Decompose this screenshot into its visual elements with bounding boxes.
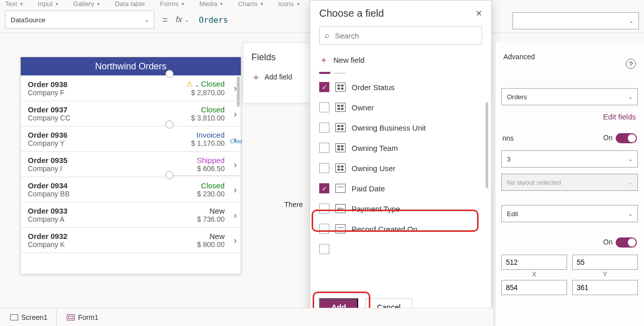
lookup-icon: [335, 164, 346, 173]
field-item[interactable]: Record Created On: [310, 219, 491, 239]
chevron-right-icon[interactable]: ›: [234, 210, 237, 220]
chevron-right-icon[interactable]: ›: [234, 159, 237, 170]
date-icon: [335, 224, 346, 233]
empty-text-fragment: There: [284, 200, 303, 209]
gallery-row[interactable]: Order 0933Company A New$ 736.00 ›: [21, 202, 241, 228]
checkbox-checked[interactable]: ✓: [319, 183, 329, 193]
tb-forms[interactable]: Forms ▾: [160, 0, 184, 7]
edit-fields-link[interactable]: Edit fields: [501, 105, 638, 128]
field-item[interactable]: Owning User: [310, 158, 491, 178]
screen-icon: [10, 314, 18, 320]
app-title-bar: Northwind Orders: [21, 57, 241, 75]
visible-toggle[interactable]: [616, 237, 637, 248]
field-list: ✓Order Status Owner Owning Business Unit…: [310, 74, 491, 290]
help-icon[interactable]: ?: [626, 59, 636, 69]
form-tab[interactable]: Form1: [62, 311, 103, 323]
gallery-row[interactable]: Order 0932Company K New$ 800.00 ›: [21, 228, 241, 253]
search-input[interactable]: [335, 31, 477, 40]
gallery-row[interactable]: Order 0935Company I Shipped$ 606.50 ›: [21, 152, 241, 177]
chevron-right-icon[interactable]: ›: [234, 235, 237, 246]
columns-dropdown[interactable]: 3⌄: [501, 150, 638, 168]
scrollbar-thumb[interactable]: [486, 102, 488, 188]
resize-handle[interactable]: [165, 120, 174, 129]
datasource-dropdown[interactable]: Orders⌄: [501, 88, 638, 105]
tb-datatable[interactable]: Data table: [115, 0, 145, 7]
gallery-row[interactable]: Order 0937Company CC Closed$ 3,810.00 ›: [21, 101, 241, 127]
warning-icon: ⚠: [186, 79, 193, 88]
lookup-icon: [335, 103, 346, 112]
mode-dropdown[interactable]: Edit⌄: [501, 205, 638, 222]
resize-handle[interactable]: [165, 171, 174, 179]
fx-label[interactable]: fx⌄: [176, 15, 189, 24]
checkbox[interactable]: [319, 143, 329, 153]
tb-charts[interactable]: Charts ▾: [238, 0, 263, 7]
columns-label: nns: [502, 134, 514, 142]
add-field-button[interactable]: ＋ Add field: [243, 67, 311, 87]
plus-icon: ＋: [319, 54, 328, 66]
search-box[interactable]: ⌕: [319, 26, 482, 45]
chevron-right-icon[interactable]: ›: [234, 184, 237, 195]
fields-title: Fields: [243, 43, 311, 67]
chevron-down-icon: ⌄: [145, 17, 149, 23]
lookup-icon: [335, 83, 346, 92]
tb-text[interactable]: Text ▾: [5, 0, 23, 7]
form-icon: [67, 314, 75, 320]
chevron-right-icon[interactable]: ›: [234, 83, 237, 94]
properties-panel: ? Advanced Orders⌄ Edit fields nns On 3⌄…: [495, 43, 644, 326]
checkbox[interactable]: [319, 224, 329, 234]
screen-tab[interactable]: Screen1: [5, 311, 53, 323]
x-input[interactable]: [501, 255, 567, 270]
field-item[interactable]: AbcPayment Type: [310, 198, 491, 219]
gallery-row[interactable]: Order 0934Company BB Closed$ 230.00 ›: [21, 177, 241, 202]
field-item[interactable]: Owning Business Unit: [310, 117, 491, 138]
width-input[interactable]: [501, 280, 567, 295]
chevron-right-icon[interactable]: ›: [234, 108, 237, 119]
gallery-row[interactable]: Order 0938Company F ⚠⌄ Closed$ 2,870.00 …: [21, 75, 241, 101]
choose-title: Choose a field: [319, 8, 384, 19]
order-status: ⚠⌄ Closed: [186, 79, 225, 89]
resize-handle[interactable]: [165, 70, 174, 78]
field-item[interactable]: Owning Team: [310, 138, 491, 158]
app-canvas[interactable]: Northwind Orders Order 0938Company F ⚠⌄ …: [20, 57, 241, 274]
tb-media[interactable]: Media ▾: [199, 0, 223, 7]
height-input[interactable]: [572, 280, 638, 295]
choose-field-popup: Choose a field ✕ ⌕ ＋ New field ✓Order St…: [310, 0, 492, 324]
property-dropdown[interactable]: DataSource ⌄: [5, 11, 154, 29]
field-item[interactable]: Owner: [310, 97, 491, 117]
date-icon: [335, 184, 346, 193]
orders-gallery[interactable]: Order 0938Company F ⚠⌄ Closed$ 2,870.00 …: [21, 75, 241, 274]
fields-panel: Fields ＋ Add field: [243, 43, 311, 103]
breadcrumb-bar: Screen1 Form1: [0, 308, 493, 326]
right-dropdown[interactable]: ⌄: [512, 12, 639, 29]
tb-icons[interactable]: Icons ▾: [278, 0, 299, 7]
tb-input[interactable]: Input ▾: [38, 0, 58, 7]
advanced-tab[interactable]: Advanced: [501, 43, 638, 66]
property-name: DataSource: [11, 16, 46, 24]
checkbox[interactable]: [319, 163, 329, 173]
guide-line: [174, 175, 239, 176]
formula-value[interactable]: Orders: [194, 15, 228, 25]
hint-fragment: Choo: [230, 139, 242, 144]
checkbox[interactable]: [319, 102, 329, 112]
checkbox[interactable]: [319, 244, 329, 254]
field-item[interactable]: [310, 239, 491, 259]
field-item[interactable]: ✓Order Status: [310, 77, 491, 97]
layout-dropdown[interactable]: No layout selected⌄: [501, 174, 638, 191]
checkbox-checked[interactable]: ✓: [319, 82, 329, 92]
y-input[interactable]: [572, 255, 638, 270]
lookup-icon: [335, 123, 346, 132]
tb-gallery[interactable]: Gallery ▾: [73, 0, 100, 7]
gallery-row[interactable]: Order 0936Company Y Invoiced$ 1,170.00 ›: [21, 127, 241, 152]
equals-sign: =: [162, 15, 168, 25]
snap-toggle[interactable]: [616, 133, 637, 143]
checkbox[interactable]: [319, 203, 329, 214]
checkbox[interactable]: [319, 123, 329, 133]
field-item-paid-date[interactable]: ✓Paid Date: [310, 178, 491, 198]
plus-icon: ＋: [251, 71, 261, 83]
size-row: [501, 280, 638, 295]
order-amount: $ 2,870.00: [186, 89, 225, 97]
new-field-button[interactable]: ＋ New field: [310, 50, 491, 70]
text-icon: Abc: [335, 204, 346, 213]
close-icon[interactable]: ✕: [476, 9, 482, 18]
search-icon: ⌕: [325, 31, 330, 40]
